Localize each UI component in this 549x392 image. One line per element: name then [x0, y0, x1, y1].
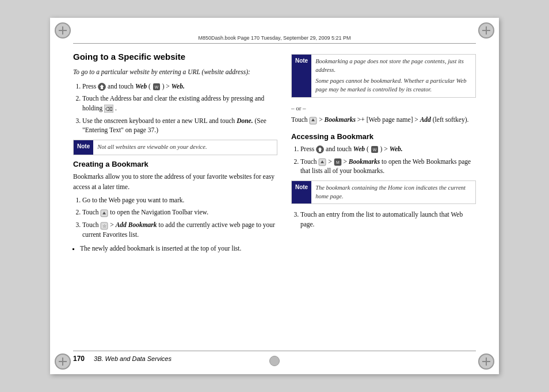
bookmark-add-icon: ☆ [100, 222, 108, 230]
section2-bullets: The newly added bookmark is inserted at … [80, 244, 277, 253]
left-column: Going to a Specific website To go to a p… [73, 51, 277, 346]
step-3-1-text: and touch Web ( [326, 145, 369, 152]
up-arrow-icon [100, 209, 108, 217]
step-2-2-end: to open the Navigation Toolbar view. [110, 209, 208, 216]
svg-text:M: M [336, 160, 340, 164]
step-2-3-end: > Add Bookmark to add the currently acti… [82, 221, 275, 238]
step-1-3-text: Use the onscreen keyboard to enter a new… [82, 117, 266, 134]
step-2-3: Touch ☆ > Add Bookmark to add the curren… [82, 220, 277, 239]
section3-step3-list: Touch an entry from the list to automati… [300, 210, 476, 229]
right-note-box-1: Note Bookmarking a page does not store t… [291, 54, 476, 98]
note-label-3: Note [292, 181, 311, 203]
note-label-1: Note [74, 140, 93, 155]
bullet-1: The newly added bookmark is inserted at … [80, 244, 277, 253]
note-para-1: Bookmarking a page does not store the pa… [315, 57, 471, 74]
web-icon-2: W [371, 145, 379, 153]
section2-intro: Bookmarks allow you to store the address… [73, 172, 277, 192]
step-3-2-end: > Bookmarks to open the Web Bookmarks pa… [300, 158, 471, 175]
svg-text:☆: ☆ [102, 224, 106, 229]
note-para-2: Some pages cannot be bookmarked. Whether… [315, 77, 471, 94]
section3-steps: Press and touch Web ( W ) > Web. Touch [300, 144, 476, 176]
section2-title: Creating a Bookmark [73, 159, 277, 170]
note-label-2: Note [292, 55, 311, 97]
touch-icon-1 [309, 117, 317, 125]
page-number: 170 [73, 355, 85, 363]
section3-title: Accessing a Bookmark [291, 131, 476, 143]
step-1-2-end: . [115, 105, 117, 112]
home-icon-2 [316, 145, 324, 153]
step-3-3: Touch an entry from the list to automati… [300, 210, 476, 229]
home-icon-1 [98, 83, 106, 91]
touch-instruction: Touch > Bookmarks >+ [Web page name] > A… [291, 115, 476, 125]
step-1-3: Use the onscreen keyboard to enter a new… [82, 116, 277, 135]
back-icon: ⌫ [104, 105, 113, 113]
step-1-1-press: Press [82, 83, 98, 90]
step-1-1-text: and touch Web ( [108, 83, 151, 90]
step-3-2-middle: > [328, 158, 333, 165]
step-3-1-press: Press [300, 145, 316, 152]
section1-steps: Press and touch Web ( W ) > Web. Touch t… [82, 82, 277, 135]
or-divider: – or – [291, 103, 476, 113]
corner-decoration-tr [478, 22, 494, 39]
bottom-center-decoration [269, 356, 280, 366]
right-column: Note Bookmarking a page does not store t… [291, 51, 476, 346]
touch-word: Touch [291, 116, 309, 123]
step-3-1-end: ) > Web. [380, 145, 403, 152]
footer-section-text: 3B. Web and Data Services [94, 355, 171, 362]
step-1-1-end: ) > Web. [162, 83, 185, 90]
up-icon-2 [318, 158, 326, 166]
step-2-2-text: Touch [82, 209, 100, 216]
note-content-1: Not all websites are viewable on your de… [93, 140, 211, 155]
step-3-2: Touch > M > Bookmarks to open the Web Bo… [300, 157, 476, 176]
corner-decoration-bl [55, 353, 71, 370]
step-2-3-text: Touch [82, 221, 100, 228]
note-content-2: Bookmarking a page does not store the pa… [311, 55, 475, 97]
svg-text:W: W [154, 85, 158, 89]
book-page: M850Dash.book Page 170 Tuesday, Septembe… [50, 18, 499, 374]
svg-text:W: W [372, 148, 376, 152]
right-note-box-2: Note The bookmark containing the Home ic… [291, 180, 476, 204]
svg-text:⌫: ⌫ [105, 106, 113, 112]
touch-bookmarks-text: > Bookmarks >+ [Web page name] > Add (le… [319, 116, 468, 123]
menu-icon-2: M [334, 158, 342, 166]
step-1-1: Press and touch Web ( W ) > Web. [82, 82, 277, 91]
section1-intro: To go to a particular website by enterin… [73, 67, 277, 77]
step-2-1: Go to the Web page you want to mark. [82, 195, 277, 205]
step-1-2: Touch the Address bar and clear the exis… [82, 94, 277, 113]
corner-decoration-tl [55, 22, 71, 39]
section1-title: Going to a Specific website [73, 51, 277, 64]
step-3-1: Press and touch Web ( W ) > Web. [300, 144, 476, 154]
page-header: M850Dash.book Page 170 Tuesday, Septembe… [73, 35, 476, 44]
note-content-3: The bookmark containing the Home icon in… [311, 181, 475, 203]
section1-note: Note Not all websites are viewable on yo… [73, 140, 277, 155]
corner-decoration-br [478, 353, 494, 370]
web-icon-1: W [152, 83, 161, 91]
content-area: Going to a Specific website To go to a p… [73, 51, 476, 346]
step-2-2: Touch to open the Navigation Toolbar vie… [82, 207, 277, 217]
section2-steps: Go to the Web page you want to mark. Tou… [82, 195, 277, 240]
step-3-2-text: Touch [300, 158, 318, 165]
